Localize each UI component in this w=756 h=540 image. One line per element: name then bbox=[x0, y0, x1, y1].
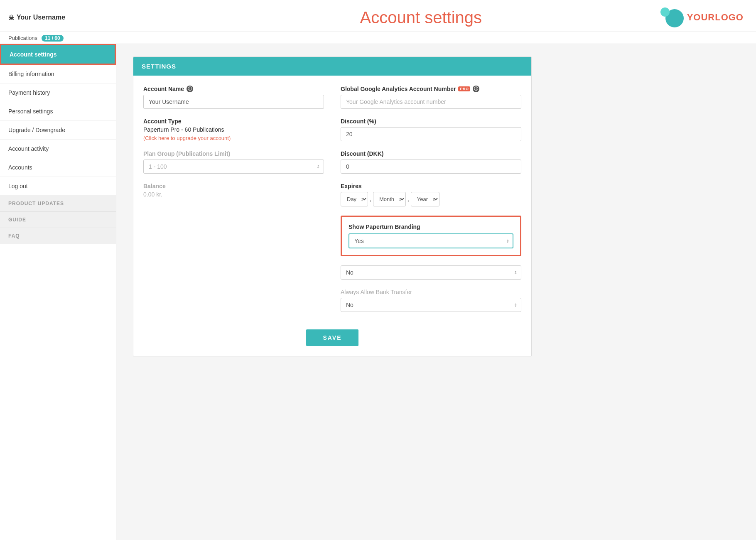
plan-group-select[interactable]: 1 - 100 1 - 50 1 - 200 bbox=[143, 160, 324, 174]
bank-transfer-group: Always Allow Bank Transfer No Yes bbox=[341, 289, 521, 312]
account-name-info-icon[interactable]: ⓘ bbox=[187, 86, 193, 92]
bank-transfer-select[interactable]: No Yes bbox=[341, 298, 521, 312]
account-upgrade-link[interactable]: (Click here to upgrade your account) bbox=[143, 135, 231, 141]
expires-label: Expires bbox=[341, 183, 521, 189]
header-user: ☠ Your Username bbox=[8, 14, 65, 22]
save-area: SAVE bbox=[133, 321, 531, 356]
sidebar-item-account-activity[interactable]: Account activity bbox=[0, 140, 116, 158]
sidebar-item-label: Personal settings bbox=[8, 108, 53, 115]
logo: YOURLOGO bbox=[660, 7, 744, 27]
sidebar-section-guide[interactable]: GUIDE bbox=[0, 212, 116, 228]
discount-percent-input[interactable] bbox=[341, 127, 521, 141]
bank-transfer-label: Always Allow Bank Transfer bbox=[341, 289, 521, 295]
sidebar-section-faq[interactable]: FAQ bbox=[0, 228, 116, 244]
google-analytics-input[interactable] bbox=[341, 95, 521, 109]
logo-text-part1: YOUR bbox=[687, 12, 715, 22]
header: ☠ Your Username Account settings YOURLOG… bbox=[0, 0, 756, 32]
google-analytics-info-icon[interactable]: ⓘ bbox=[473, 86, 479, 92]
publications-label: Publications bbox=[8, 35, 37, 41]
sidebar-item-label: Upgrade / Downgrade bbox=[8, 127, 65, 133]
username-label: Your Username bbox=[17, 14, 65, 21]
account-name-input[interactable] bbox=[143, 95, 324, 109]
expires-month-select[interactable]: Month bbox=[373, 192, 406, 206]
discount-percent-label: Discount (%) bbox=[341, 118, 521, 125]
expires-month-wrapper: Month bbox=[373, 192, 406, 206]
plan-group-group: Plan Group (Publications Limit) 1 - 100 … bbox=[143, 150, 324, 174]
page-wrapper: ☠ Your Username Account settings YOURLOG… bbox=[0, 0, 756, 540]
send-email-group: No Yes bbox=[341, 265, 521, 280]
sidebar-item-label: Account activity bbox=[8, 145, 49, 152]
sidebar-item-label: Log out bbox=[8, 183, 28, 189]
bank-transfer-select-wrapper: No Yes bbox=[341, 298, 521, 312]
sidebar-item-label: Billing information bbox=[8, 71, 54, 77]
settings-header: SETTINGS bbox=[133, 57, 531, 76]
sidebar-item-billing-information[interactable]: Billing information bbox=[0, 65, 116, 83]
discount-dkk-input[interactable] bbox=[341, 160, 521, 174]
logo-circle-small bbox=[660, 7, 670, 17]
publications-bar: Publications 11 / 60 bbox=[0, 32, 756, 44]
expires-day-wrapper: Day bbox=[341, 192, 368, 206]
send-email-select-wrapper: No Yes bbox=[341, 265, 521, 280]
user-icon: ☠ bbox=[8, 14, 14, 22]
discount-dkk-label: Discount (DKK) bbox=[341, 150, 521, 157]
header-left: ☠ Your Username bbox=[8, 14, 65, 22]
sidebar-item-label: Payment history bbox=[8, 89, 50, 96]
account-name-label: Account Name ⓘ bbox=[143, 86, 324, 92]
show-branding-highlight-box: Show Paperturn Branding Yes No bbox=[341, 216, 521, 256]
content-area: SETTINGS Account Name ⓘ bbox=[116, 44, 756, 540]
show-branding-label: Show Paperturn Branding bbox=[349, 223, 513, 230]
main-layout: Account settings Billing information Pay… bbox=[0, 44, 756, 540]
settings-body: Account Name ⓘ Account Type Paperturn Pr… bbox=[133, 76, 531, 321]
sidebar: Account settings Billing information Pay… bbox=[0, 44, 116, 540]
account-type-label: Account Type bbox=[143, 118, 324, 125]
expires-year-select[interactable]: Year bbox=[411, 192, 439, 206]
account-type-value: Paperturn Pro - 60 Publications bbox=[143, 126, 324, 133]
balance-group: Balance 0.00 kr. bbox=[143, 183, 324, 198]
pro-badge: PRO bbox=[458, 86, 470, 91]
save-button[interactable]: SAVE bbox=[306, 329, 358, 346]
plan-group-label: Plan Group (Publications Limit) bbox=[143, 150, 324, 157]
plan-group-select-wrapper: 1 - 100 1 - 50 1 - 200 bbox=[143, 160, 324, 174]
sidebar-item-personal-settings[interactable]: Personal settings bbox=[0, 102, 116, 121]
expires-dot-1: . bbox=[370, 196, 371, 203]
settings-panel: SETTINGS Account Name ⓘ bbox=[133, 56, 532, 356]
logo-text: YOURLOGO bbox=[687, 12, 744, 23]
expires-row: Day . Month . bbox=[341, 192, 521, 206]
account-type-group: Account Type Paperturn Pro - 60 Publicat… bbox=[143, 118, 324, 141]
logo-text-part2: LOGO bbox=[715, 12, 744, 22]
show-branding-select-wrapper: Yes No bbox=[349, 233, 513, 248]
sidebar-section-product-updates[interactable]: PRODUCT UPDATES bbox=[0, 196, 116, 212]
publications-badge: 11 / 60 bbox=[42, 35, 64, 42]
sidebar-item-label: Account settings bbox=[10, 51, 57, 58]
sidebar-item-log-out[interactable]: Log out bbox=[0, 177, 116, 196]
sidebar-item-accounts[interactable]: Accounts bbox=[0, 158, 116, 177]
account-name-group: Account Name ⓘ bbox=[143, 86, 324, 109]
google-analytics-group: Global Google Analytics Account Number P… bbox=[341, 86, 521, 109]
expires-dot-2: . bbox=[407, 196, 409, 203]
form-grid: Account Name ⓘ Account Type Paperturn Pr… bbox=[143, 86, 521, 321]
expires-group: Expires Day . bbox=[341, 183, 521, 206]
sidebar-item-upgrade-downgrade[interactable]: Upgrade / Downgrade bbox=[0, 121, 116, 140]
discount-percent-group: Discount (%) bbox=[341, 118, 521, 141]
expires-year-wrapper: Year bbox=[411, 192, 439, 206]
page-title: Account settings bbox=[360, 8, 482, 27]
balance-label: Balance bbox=[143, 183, 324, 189]
show-branding-select[interactable]: Yes No bbox=[349, 233, 513, 248]
left-column: Account Name ⓘ Account Type Paperturn Pr… bbox=[143, 86, 324, 321]
google-analytics-label: Global Google Analytics Account Number P… bbox=[341, 86, 521, 92]
sidebar-item-label: Accounts bbox=[8, 164, 32, 171]
send-email-select[interactable]: No Yes bbox=[341, 265, 521, 280]
sidebar-item-payment-history[interactable]: Payment history bbox=[0, 83, 116, 102]
discount-dkk-group: Discount (DKK) bbox=[341, 150, 521, 174]
balance-value: 0.00 kr. bbox=[143, 191, 324, 198]
right-column: Global Google Analytics Account Number P… bbox=[341, 86, 521, 321]
expires-day-select[interactable]: Day bbox=[341, 192, 368, 206]
sidebar-item-account-settings[interactable]: Account settings bbox=[0, 44, 116, 65]
